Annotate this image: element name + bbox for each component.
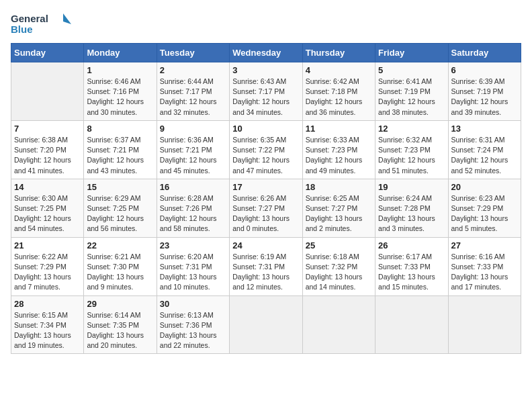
day-info: Sunrise: 6:26 AMSunset: 7:27 PMDaylight:… <box>232 193 299 234</box>
day-number: 10 <box>232 124 299 134</box>
day-number: 9 <box>160 124 226 134</box>
day-number: 19 <box>378 182 445 192</box>
day-number: 2 <box>160 65 226 75</box>
day-info: Sunrise: 6:46 AMSunset: 7:16 PMDaylight:… <box>87 77 153 118</box>
day-number: 16 <box>160 182 226 192</box>
calendar-cell: 9Sunrise: 6:36 AMSunset: 7:21 PMDaylight… <box>157 120 229 179</box>
day-info: Sunrise: 6:39 AMSunset: 7:19 PMDaylight:… <box>451 77 518 118</box>
day-number: 7 <box>14 124 81 134</box>
day-info: Sunrise: 6:32 AMSunset: 7:23 PMDaylight:… <box>378 135 445 176</box>
day-info: Sunrise: 6:20 AMSunset: 7:31 PMDaylight:… <box>160 252 226 293</box>
calendar-cell: 18Sunrise: 6:25 AMSunset: 7:27 PMDayligh… <box>302 179 375 237</box>
day-info: Sunrise: 6:30 AMSunset: 7:25 PMDaylight:… <box>14 193 81 234</box>
day-number: 21 <box>14 240 81 250</box>
day-info: Sunrise: 6:35 AMSunset: 7:22 PMDaylight:… <box>232 135 299 176</box>
calendar-table: SundayMondayTuesdayWednesdayThursdayFrid… <box>11 43 521 354</box>
day-number: 29 <box>87 299 153 309</box>
calendar-cell <box>230 295 302 354</box>
day-number: 13 <box>451 124 518 134</box>
day-info: Sunrise: 6:18 AMSunset: 7:32 PMDaylight:… <box>306 252 372 293</box>
day-number: 12 <box>378 124 445 134</box>
day-info: Sunrise: 6:33 AMSunset: 7:23 PMDaylight:… <box>306 135 372 176</box>
day-info: Sunrise: 6:31 AMSunset: 7:24 PMDaylight:… <box>451 135 518 176</box>
day-info: Sunrise: 6:16 AMSunset: 7:33 PMDaylight:… <box>451 252 518 293</box>
calendar-cell: 16Sunrise: 6:28 AMSunset: 7:26 PMDayligh… <box>157 179 229 237</box>
calendar-cell: 29Sunrise: 6:14 AMSunset: 7:35 PMDayligh… <box>84 295 157 354</box>
calendar-cell <box>448 295 521 354</box>
calendar-cell: 24Sunrise: 6:19 AMSunset: 7:31 PMDayligh… <box>230 237 302 295</box>
calendar-cell: 17Sunrise: 6:26 AMSunset: 7:27 PMDayligh… <box>230 179 302 237</box>
day-number: 5 <box>378 65 445 75</box>
day-number: 30 <box>160 299 226 309</box>
calendar-cell: 28Sunrise: 6:15 AMSunset: 7:34 PMDayligh… <box>11 295 84 354</box>
calendar-week-2: 7Sunrise: 6:38 AMSunset: 7:20 PMDaylight… <box>11 120 521 179</box>
calendar-cell: 7Sunrise: 6:38 AMSunset: 7:20 PMDaylight… <box>11 120 84 179</box>
day-info: Sunrise: 6:29 AMSunset: 7:25 PMDaylight:… <box>87 193 153 234</box>
day-info: Sunrise: 6:25 AMSunset: 7:27 PMDaylight:… <box>306 193 372 234</box>
day-info: Sunrise: 6:22 AMSunset: 7:29 PMDaylight:… <box>14 252 81 293</box>
calendar-cell: 23Sunrise: 6:20 AMSunset: 7:31 PMDayligh… <box>157 237 229 295</box>
day-number: 27 <box>451 240 518 250</box>
day-info: Sunrise: 6:17 AMSunset: 7:33 PMDaylight:… <box>378 252 445 293</box>
svg-text:Blue: Blue <box>11 24 33 35</box>
day-number: 23 <box>160 240 226 250</box>
day-number: 26 <box>378 240 445 250</box>
day-info: Sunrise: 6:36 AMSunset: 7:21 PMDaylight:… <box>160 135 226 176</box>
calendar-header: SundayMondayTuesdayWednesdayThursdayFrid… <box>11 44 521 62</box>
day-info: Sunrise: 6:19 AMSunset: 7:31 PMDaylight:… <box>232 252 299 293</box>
svg-marker-2 <box>63 13 71 24</box>
calendar-cell: 12Sunrise: 6:32 AMSunset: 7:23 PMDayligh… <box>375 120 448 179</box>
calendar-cell: 8Sunrise: 6:37 AMSunset: 7:21 PMDaylight… <box>84 120 157 179</box>
calendar-week-4: 21Sunrise: 6:22 AMSunset: 7:29 PMDayligh… <box>11 237 521 295</box>
day-number: 15 <box>87 182 153 192</box>
calendar-cell <box>11 62 84 121</box>
calendar-cell: 11Sunrise: 6:33 AMSunset: 7:23 PMDayligh… <box>302 120 375 179</box>
column-header-friday: Friday <box>375 44 448 62</box>
calendar-week-1: 1Sunrise: 6:46 AMSunset: 7:16 PMDaylight… <box>11 62 521 121</box>
day-info: Sunrise: 6:13 AMSunset: 7:36 PMDaylight:… <box>160 310 226 351</box>
day-info: Sunrise: 6:28 AMSunset: 7:26 PMDaylight:… <box>160 193 226 234</box>
calendar-cell: 21Sunrise: 6:22 AMSunset: 7:29 PMDayligh… <box>11 237 84 295</box>
calendar-cell: 10Sunrise: 6:35 AMSunset: 7:22 PMDayligh… <box>230 120 302 179</box>
day-number: 11 <box>306 124 372 134</box>
calendar-week-5: 28Sunrise: 6:15 AMSunset: 7:34 PMDayligh… <box>11 295 521 354</box>
calendar-cell: 20Sunrise: 6:23 AMSunset: 7:29 PMDayligh… <box>448 179 521 237</box>
day-number: 28 <box>14 299 81 309</box>
calendar-cell: 5Sunrise: 6:41 AMSunset: 7:19 PMDaylight… <box>375 62 448 121</box>
day-number: 1 <box>87 65 153 75</box>
day-info: Sunrise: 6:23 AMSunset: 7:29 PMDaylight:… <box>451 193 518 234</box>
calendar-cell <box>302 295 375 354</box>
day-number: 17 <box>232 182 299 192</box>
calendar-cell: 14Sunrise: 6:30 AMSunset: 7:25 PMDayligh… <box>11 179 84 237</box>
calendar-cell: 25Sunrise: 6:18 AMSunset: 7:32 PMDayligh… <box>302 237 375 295</box>
day-number: 6 <box>451 65 518 75</box>
logo-svg: General Blue <box>11 11 71 38</box>
logo: General Blue <box>11 11 71 38</box>
column-header-tuesday: Tuesday <box>157 44 229 62</box>
day-info: Sunrise: 6:44 AMSunset: 7:17 PMDaylight:… <box>160 77 226 118</box>
calendar-body: 1Sunrise: 6:46 AMSunset: 7:16 PMDaylight… <box>11 62 521 354</box>
column-header-wednesday: Wednesday <box>230 44 302 62</box>
calendar-cell: 4Sunrise: 6:42 AMSunset: 7:18 PMDaylight… <box>302 62 375 121</box>
day-info: Sunrise: 6:15 AMSunset: 7:34 PMDaylight:… <box>14 310 81 351</box>
calendar-cell: 26Sunrise: 6:17 AMSunset: 7:33 PMDayligh… <box>375 237 448 295</box>
day-info: Sunrise: 6:24 AMSunset: 7:28 PMDaylight:… <box>378 193 445 234</box>
calendar-cell: 13Sunrise: 6:31 AMSunset: 7:24 PMDayligh… <box>448 120 521 179</box>
column-header-sunday: Sunday <box>11 44 84 62</box>
calendar-cell: 6Sunrise: 6:39 AMSunset: 7:19 PMDaylight… <box>448 62 521 121</box>
day-info: Sunrise: 6:42 AMSunset: 7:18 PMDaylight:… <box>306 77 372 118</box>
calendar-cell: 22Sunrise: 6:21 AMSunset: 7:30 PMDayligh… <box>84 237 157 295</box>
column-header-saturday: Saturday <box>448 44 521 62</box>
column-header-thursday: Thursday <box>302 44 375 62</box>
day-info: Sunrise: 6:43 AMSunset: 7:17 PMDaylight:… <box>232 77 299 118</box>
column-header-monday: Monday <box>84 44 157 62</box>
day-number: 3 <box>232 65 299 75</box>
calendar-cell: 27Sunrise: 6:16 AMSunset: 7:33 PMDayligh… <box>448 237 521 295</box>
day-number: 22 <box>87 240 153 250</box>
calendar-cell: 1Sunrise: 6:46 AMSunset: 7:16 PMDaylight… <box>84 62 157 121</box>
day-info: Sunrise: 6:37 AMSunset: 7:21 PMDaylight:… <box>87 135 153 176</box>
day-number: 18 <box>306 182 372 192</box>
day-info: Sunrise: 6:38 AMSunset: 7:20 PMDaylight:… <box>14 135 81 176</box>
header: General Blue <box>11 11 521 38</box>
calendar-cell: 30Sunrise: 6:13 AMSunset: 7:36 PMDayligh… <box>157 295 229 354</box>
